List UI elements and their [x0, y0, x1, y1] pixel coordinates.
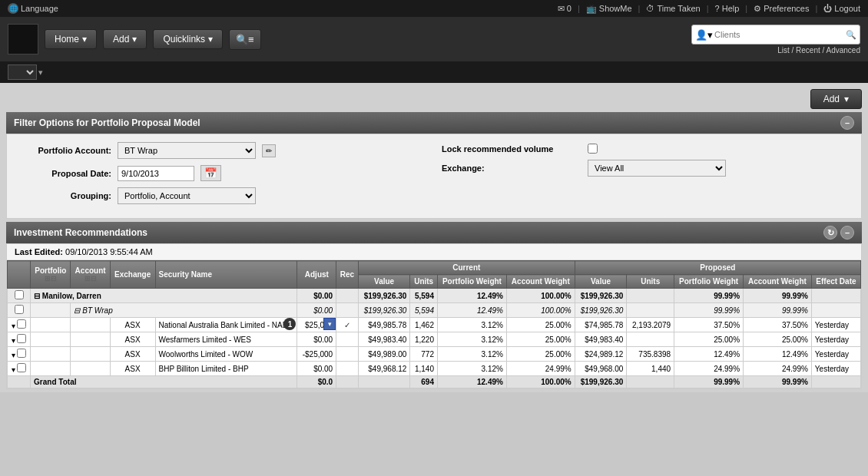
- help-label: Help: [722, 4, 740, 13]
- search-magnifier-icon[interactable]: 🔍: [846, 30, 856, 40]
- lock-checkbox[interactable]: [588, 144, 598, 154]
- search-area: 👤▾ 🔍 List / Recent / Advanced: [691, 25, 860, 55]
- quicklinks-button[interactable]: Quicklinks ▾: [153, 29, 223, 49]
- investment-collapse-btn[interactable]: –: [840, 226, 854, 240]
- recent-link[interactable]: Recent: [796, 46, 820, 55]
- col-proposed-value: Value: [575, 275, 627, 289]
- table-row: ⊟ Manilow, Darren $0.00 $199,926.30 5,59…: [8, 289, 861, 303]
- row-checkbox[interactable]: [15, 305, 24, 314]
- second-bar: Home ▾ Add ▾ Quicklinks ▾ 🔍≡ 👤▾ 🔍 List /…: [0, 17, 868, 61]
- language-nav-item[interactable]: 🌐 Language: [3, 2, 63, 15]
- showme-nav-item[interactable]: 📺 ShowMe: [581, 2, 637, 15]
- row-expand-icon[interactable]: ▾: [12, 351, 15, 359]
- exchange-select[interactable]: View All: [588, 160, 726, 177]
- investment-refresh-btn[interactable]: ↻: [823, 226, 837, 240]
- portfolio-header-label: Portfolio: [34, 266, 67, 275]
- advanced-link[interactable]: Advanced: [827, 46, 860, 55]
- row-expand-icon[interactable]: ▾: [12, 365, 15, 374]
- dark-band: ▾: [0, 61, 868, 83]
- portfolio-selector[interactable]: [8, 64, 37, 80]
- row-checkbox[interactable]: [15, 290, 24, 299]
- col-proposed-units: Units: [627, 275, 674, 289]
- col-header-security: Security Name: [155, 261, 297, 289]
- calendar-btn[interactable]: 📅: [200, 165, 221, 181]
- preferences-label: Preferences: [764, 4, 809, 13]
- top-navigation: 🌐 Language ✉ 0 | 📺 ShowMe | ⏱ Time Taken…: [0, 0, 868, 17]
- add-btn-area: Add ▾: [6, 86, 862, 112]
- col-header-exchange: Exchange: [110, 261, 155, 289]
- dropdown-arrow: ▾: [38, 68, 43, 78]
- language-icon: 🌐: [8, 3, 18, 14]
- add-dropdown-icon: ▾: [132, 34, 137, 45]
- row-checkbox[interactable]: [17, 349, 26, 358]
- grouping-label: Grouping:: [19, 191, 111, 200]
- filter-left-col: Portfolio Account: BT Wrap ✏ Proposal Da…: [19, 142, 426, 210]
- row-expand-icon[interactable]: ▾: [12, 336, 15, 345]
- lock-row: Lock recommended volume: [442, 144, 849, 154]
- mail-icon: ✉: [558, 4, 565, 14]
- last-edited-bar: Last Edited: 09/10/2013 9:55:44 AM: [7, 244, 861, 260]
- list-link[interactable]: List: [777, 46, 790, 55]
- portfolio-account-label: Portfolio Account:: [19, 146, 111, 155]
- col-proposed-acc-weight: Account Weight: [744, 275, 812, 289]
- filter-panel: Portfolio Account: BT Wrap ✏ Proposal Da…: [6, 134, 862, 219]
- col-current-acc-weight: Account Weight: [506, 275, 575, 289]
- search-icon-button[interactable]: 🔍≡: [229, 29, 261, 50]
- filter-title: Filter Options for Portfolio Proposal Mo…: [14, 117, 200, 128]
- filter-collapse-btn[interactable]: –: [840, 116, 854, 130]
- grouping-select[interactable]: Portfolio, Account: [118, 187, 256, 204]
- col-current-value: Value: [358, 275, 410, 289]
- portfolio-account-select[interactable]: BT Wrap: [118, 142, 256, 159]
- row-expand-icon[interactable]: ▾: [12, 322, 15, 330]
- lock-label: Lock recommended volume: [442, 144, 580, 154]
- investment-panel: Last Edited: 09/10/2013 9:55:44 AM Portf…: [6, 243, 862, 389]
- add-button-label: Add: [113, 34, 129, 45]
- col-header-proposed-group: Proposed: [575, 261, 860, 275]
- home-button[interactable]: Home ▾: [45, 29, 97, 49]
- filter-section-header: Filter Options for Portfolio Proposal Mo…: [6, 112, 862, 134]
- preferences-nav-item[interactable]: ⚙ Preferences: [749, 2, 813, 15]
- row-checkbox[interactable]: [17, 363, 26, 372]
- top-nav-left: 🌐 Language: [3, 2, 63, 15]
- col-header-adjust: Adjust: [297, 261, 336, 289]
- add-button[interactable]: Add ▾: [103, 29, 147, 49]
- mail-nav-item[interactable]: ✉ 0: [553, 2, 576, 15]
- exchange-label: Exchange:: [442, 164, 580, 173]
- proposal-date-input[interactable]: [118, 166, 194, 181]
- portfolio-edit-btn[interactable]: ✏: [262, 144, 276, 157]
- row-checkbox[interactable]: [17, 319, 26, 329]
- row-checkbox[interactable]: [17, 334, 26, 343]
- quicklinks-label: Quicklinks: [163, 34, 205, 45]
- main-add-button[interactable]: Add ▾: [810, 89, 862, 109]
- col-header-checkbox: [8, 261, 31, 289]
- help-icon: ?: [715, 4, 720, 13]
- search-links: List / Recent / Advanced: [691, 46, 860, 55]
- table-row: ▾ ASX Wesfarmers Limited - WES $0.00 $49…: [8, 332, 861, 347]
- proposal-date-row: Proposal Date: 📅: [19, 165, 426, 181]
- filter-layout: Portfolio Account: BT Wrap ✏ Proposal Da…: [19, 142, 849, 210]
- table-row: ⊟ BT Wrap $0.00 $199,926.30 5,594 12.49%…: [8, 303, 861, 318]
- table-row: ▾ ASX Woolworths Limited - WOW -$25,000 …: [8, 347, 861, 362]
- search-icon: 🔍≡: [236, 34, 254, 45]
- logout-label: Logout: [834, 4, 860, 13]
- showme-label: ShowMe: [599, 4, 632, 13]
- logo: [8, 24, 38, 55]
- col-header-account: Account ⊞⊟: [71, 261, 110, 289]
- gear-icon: ⚙: [754, 4, 761, 14]
- investment-section-header: Investment Recommendations ↻ –: [6, 222, 862, 243]
- time-taken-nav-item[interactable]: ⏱ Time Taken: [641, 2, 704, 15]
- main-add-label: Add: [823, 94, 840, 104]
- help-nav-item[interactable]: ? Help: [711, 2, 744, 15]
- last-edited-label: Last Edited:: [15, 247, 63, 256]
- last-edited-value: 09/10/2013 9:55:44 AM: [65, 247, 153, 256]
- mail-count: 0: [567, 4, 571, 13]
- investment-title: Investment Recommendations: [14, 227, 147, 238]
- logout-nav-item[interactable]: ⏻ Logout: [819, 2, 865, 15]
- quicklinks-dropdown-icon: ▾: [208, 34, 213, 45]
- col-effect-date: Effect Date: [811, 275, 860, 289]
- top-nav-right: ✉ 0 | 📺 ShowMe | ⏱ Time Taken | ? Help |…: [553, 2, 865, 15]
- search-input[interactable]: [714, 30, 846, 39]
- portfolio-account-row: Portfolio Account: BT Wrap ✏: [19, 142, 426, 159]
- adjust-dropdown-btn[interactable]: ▾: [323, 318, 336, 330]
- col-current-port-weight: Portfolio Weight: [437, 275, 506, 289]
